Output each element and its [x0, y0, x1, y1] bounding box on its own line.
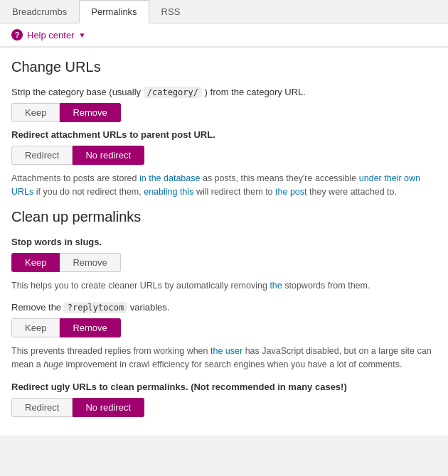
ugly-urls-buttons: Redirect No redirect — [11, 398, 437, 417]
replytocom-info: This prevents threaded replies from work… — [11, 345, 437, 372]
replytocom-buttons: Keep Remove — [11, 318, 437, 337]
change-urls-heading: Change URLs — [11, 59, 437, 75]
help-center-link[interactable]: Help center — [27, 30, 74, 40]
attachment-redirect-info: Attachments to posts are stored in the d… — [11, 172, 437, 199]
category-remove-button[interactable]: Remove — [60, 103, 120, 122]
attachment-redirect-button[interactable]: Redirect — [11, 146, 73, 165]
main-content: Change URLs Strip the category base (usu… — [0, 48, 448, 436]
tab-rss[interactable]: RSS — [149, 0, 193, 23]
ugly-urls-no-redirect-button[interactable]: No redirect — [73, 398, 144, 417]
category-base-label: Strip the category base (usually /catego… — [11, 87, 437, 97]
stop-words-buttons: Keep Remove — [11, 253, 437, 272]
help-icon: ? — [11, 29, 23, 40]
attachment-redirect-buttons: Redirect No redirect — [11, 146, 437, 165]
tab-permalinks[interactable]: Permalinks — [79, 0, 149, 23]
replytocom-keep-button[interactable]: Keep — [11, 318, 60, 337]
attachment-redirect-label: Redirect attachment URLs to parent post … — [11, 129, 437, 140]
category-keep-button[interactable]: Keep — [11, 103, 60, 122]
tabs-bar: Breadcrumbs Permalinks RSS — [0, 0, 448, 23]
replytocom-code: ?replytocom — [64, 302, 127, 313]
replytocom-label: Remove the ?replytocom variables. — [11, 302, 437, 313]
help-dropdown-arrow[interactable]: ▼ — [78, 31, 85, 39]
category-code: /category/ — [144, 87, 202, 98]
stop-words-keep-button[interactable]: Keep — [11, 253, 60, 272]
category-base-buttons: Keep Remove — [11, 103, 437, 122]
stop-words-info: This helps you to create cleaner URLs by… — [11, 279, 437, 293]
stop-words-label: Stop words in slugs. — [11, 237, 437, 247]
ugly-urls-redirect-button[interactable]: Redirect — [11, 398, 73, 417]
attachment-no-redirect-button[interactable]: No redirect — [73, 146, 144, 165]
help-row: ? Help center ▼ — [0, 23, 448, 47]
tab-breadcrumbs[interactable]: Breadcrumbs — [0, 0, 79, 23]
ugly-urls-label: Redirect ugly URLs to clean permalinks. … — [11, 382, 437, 392]
replytocom-remove-button[interactable]: Remove — [60, 318, 120, 337]
clean-permalinks-heading: Clean up permalinks — [11, 209, 437, 225]
stop-words-remove-button[interactable]: Remove — [60, 253, 120, 272]
